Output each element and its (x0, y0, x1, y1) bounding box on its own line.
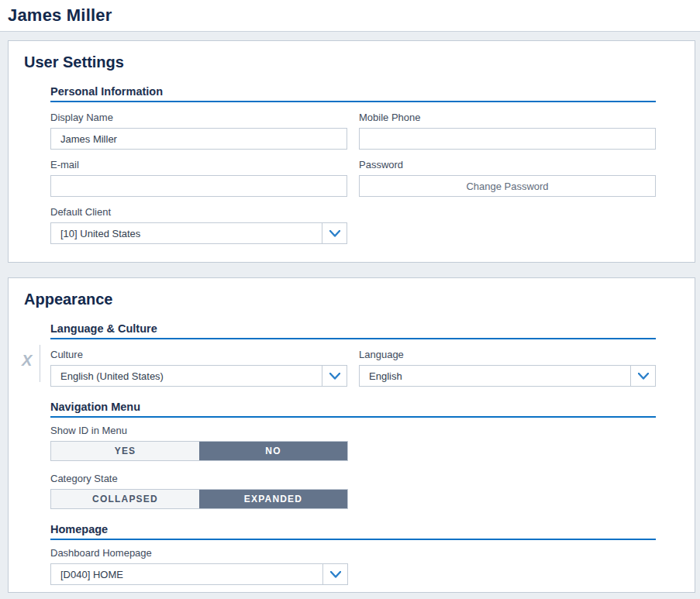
show-id-option-yes[interactable]: YES (51, 442, 199, 460)
dashboard-homepage-value: [D040] HOME (51, 564, 322, 584)
navigation-menu-section: Navigation Menu Show ID in Menu YES NO C… (50, 401, 656, 509)
language-value: English (360, 366, 630, 386)
category-state-toggle: COLLAPSED EXPANDED (50, 489, 348, 509)
user-settings-card-title: User Settings (24, 53, 695, 71)
email-input[interactable] (50, 175, 347, 197)
user-settings-card: User Settings Personal Information Displ… (8, 40, 695, 263)
password-group: Password Change Password (359, 150, 656, 197)
personal-information-title: Personal Information (50, 85, 656, 102)
page-header: James Miller (0, 0, 700, 32)
chevron-down-icon (329, 226, 340, 240)
language-dropdown[interactable]: English (359, 365, 656, 387)
default-client-label: Default Client (50, 206, 347, 218)
show-id-option-no[interactable]: NO (199, 442, 347, 460)
chevron-down-icon (330, 567, 341, 581)
email-group: E-mail (50, 150, 347, 197)
chevron-down-icon (329, 369, 340, 383)
default-client-dropdown-toggle[interactable] (322, 223, 347, 243)
show-id-label: Show ID in Menu (50, 425, 656, 436)
x-clear-icon[interactable]: X (22, 352, 32, 369)
dashboard-homepage-label: Dashboard Homepage (50, 547, 656, 559)
personal-information-section: Personal Information Display Name Mobile… (50, 85, 656, 244)
show-id-toggle: YES NO (50, 441, 348, 461)
appearance-card-title: Appearance (24, 291, 695, 308)
dashboard-homepage-dropdown[interactable]: [D040] HOME (50, 563, 348, 585)
language-dropdown-toggle[interactable] (630, 366, 655, 386)
display-name-label: Display Name (50, 112, 347, 123)
mobile-phone-group: Mobile Phone (359, 102, 656, 150)
culture-label: Culture (50, 349, 347, 360)
culture-dropdown[interactable]: English (United States) (50, 365, 347, 387)
culture-group: Culture English (United States) (50, 339, 347, 387)
mobile-phone-input[interactable] (359, 128, 656, 150)
language-group: Language English (359, 339, 656, 387)
category-state-option-collapsed[interactable]: COLLAPSED (51, 490, 199, 508)
chevron-down-icon (638, 369, 649, 383)
category-state-label: Category State (50, 473, 656, 484)
margin-divider (40, 345, 40, 382)
password-label: Password (359, 159, 656, 170)
category-state-option-expanded[interactable]: EXPANDED (199, 490, 347, 508)
default-client-value: [10] United States (51, 223, 322, 243)
language-label: Language (359, 349, 656, 360)
navigation-menu-title: Navigation Menu (50, 401, 656, 418)
culture-value: English (United States) (51, 366, 322, 386)
page-title: James Miller (8, 5, 700, 26)
email-label: E-mail (50, 159, 347, 170)
change-password-button[interactable]: Change Password (359, 175, 656, 197)
language-culture-title: Language & Culture (50, 322, 656, 339)
display-name-input[interactable] (50, 128, 347, 150)
dashboard-homepage-dropdown-toggle[interactable] (322, 564, 347, 584)
appearance-card: Appearance X Language & Culture Culture … (8, 277, 695, 593)
default-client-group: Default Client [10] United States (50, 197, 347, 244)
language-culture-section: Language & Culture Culture English (Unit… (50, 322, 656, 387)
homepage-section: Homepage Dashboard Homepage [D040] HOME (50, 523, 656, 585)
mobile-phone-label: Mobile Phone (359, 112, 656, 123)
default-client-dropdown[interactable]: [10] United States (50, 222, 347, 244)
homepage-title: Homepage (50, 523, 656, 540)
display-name-group: Display Name (50, 102, 347, 150)
culture-dropdown-toggle[interactable] (322, 366, 347, 386)
